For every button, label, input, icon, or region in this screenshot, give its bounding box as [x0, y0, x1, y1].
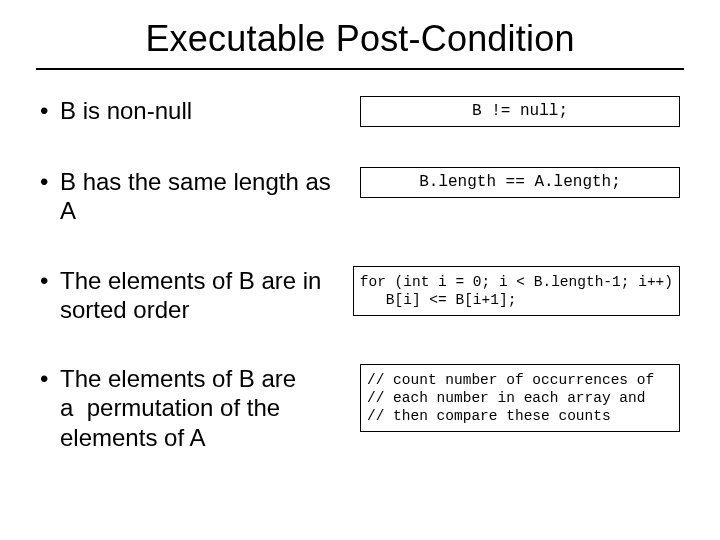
code-cell: // count number of occurrences of // eac…	[360, 364, 680, 432]
condition-text: • The elements of B are a permutation of…	[40, 364, 360, 452]
slide: Executable Post-Condition • B is non-nul…	[0, 0, 720, 540]
condition-text: • The elements of B are in sorted order	[40, 266, 353, 325]
condition-row: • The elements of B are in sorted order …	[40, 266, 680, 325]
condition-row: • B has the same length as A B.length ==…	[40, 167, 680, 226]
slide-title: Executable Post-Condition	[40, 18, 680, 60]
condition-text: • B is non-null	[40, 96, 360, 125]
bullet-icon: •	[40, 266, 60, 325]
code-box: // count number of occurrences of // eac…	[360, 364, 680, 432]
condition-label: B has the same length as A	[60, 167, 348, 226]
code-cell: B != null;	[360, 96, 680, 127]
condition-label: B is non-null	[60, 96, 348, 125]
condition-row: • The elements of B are a permutation of…	[40, 364, 680, 452]
bullet-icon: •	[40, 167, 60, 226]
condition-text: • B has the same length as A	[40, 167, 360, 226]
bullet-icon: •	[40, 96, 60, 125]
code-box: B.length == A.length;	[360, 167, 680, 198]
code-cell: B.length == A.length;	[360, 167, 680, 198]
code-box: B != null;	[360, 96, 680, 127]
condition-row: • B is non-null B != null;	[40, 96, 680, 127]
condition-label: The elements of B are in sorted order	[60, 266, 341, 325]
bullet-icon: •	[40, 364, 60, 452]
title-divider	[36, 68, 684, 70]
code-cell: for (int i = 0; i < B.length-1; i++) B[i…	[353, 266, 680, 316]
code-box: for (int i = 0; i < B.length-1; i++) B[i…	[353, 266, 680, 316]
condition-label: The elements of B are a permutation of t…	[60, 364, 348, 452]
